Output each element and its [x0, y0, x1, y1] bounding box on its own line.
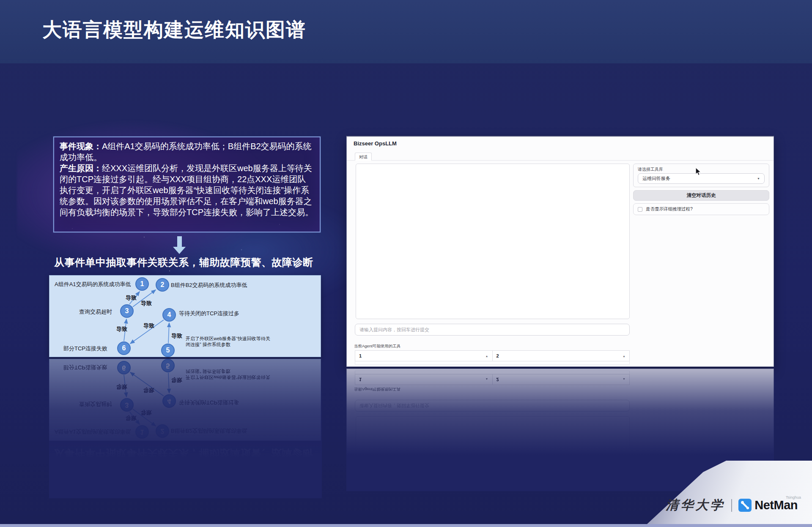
chat-history-panel	[356, 164, 630, 319]
graph-node-6: 6	[117, 341, 131, 355]
edge-label: 导致	[143, 322, 154, 330]
chat-history-panel	[356, 416, 630, 491]
footer-logos: 清华大学 NetMan Tsinghua	[666, 497, 798, 514]
show-reasoning-checkbox[interactable]	[638, 207, 642, 212]
knowledge-graph: 1 2 3 4 5 6 A组件A1交易码的系统成功率低 B组件B2交易码的系统成…	[49, 275, 321, 357]
tool-expander-1[interactable]: 1 ▲	[355, 351, 492, 361]
question-input	[355, 400, 630, 412]
graph-node-1-label: A组件A1交易码的系统成功率低	[55, 281, 131, 288]
graph-node-4: 4	[162, 394, 176, 408]
edge-label: 导致	[141, 300, 152, 307]
cause-label: 产生原因：	[60, 164, 102, 173]
graph-edges	[49, 359, 321, 440]
knowledge-graph: 1 2 3 4 5 6 A组件A1交易码的系统成功率低 B组件B2交易码的系统成…	[49, 359, 321, 441]
edge-label: 导致	[116, 383, 127, 390]
graph-node-4-label: 等待关闭的TCP连接过多	[179, 310, 239, 317]
page-title: 大语言模型构建运维知识图谱	[42, 17, 306, 43]
graph-node-3-label: 查询交易超时	[79, 400, 112, 408]
question-input[interactable]	[355, 324, 630, 336]
agent-tools-label: 当前Agent可能使用的工具	[354, 344, 401, 349]
graph-node-1: 1	[135, 277, 149, 291]
incident-ticket-box: 事件现象：A组件A1交易码的系统成功率低；B组件B2交易码的系统成功率低。 产生…	[53, 483, 321, 498]
graph-node-4-label: 等待关闭的TCP连接过多	[179, 399, 239, 406]
down-arrow-icon	[171, 461, 188, 480]
netman-wordmark: NetMan Tsinghua	[754, 498, 798, 512]
edge-label: 导致	[126, 294, 137, 302]
graph-node-2: 2	[156, 278, 169, 292]
graph-node-3-label: 查询交易超时	[79, 308, 112, 316]
caret-up-icon: ▲	[486, 355, 488, 358]
edge-label: 导致	[116, 325, 127, 333]
edge-label: 导致	[141, 409, 152, 416]
incident-phenomenon: 事件现象：A组件A1交易码的系统成功率低；B组件B2交易码的系统成功率低。	[60, 141, 314, 163]
graph-node-2: 2	[156, 424, 169, 438]
expander-substrip	[355, 361, 630, 365]
app-title: Bizseer OpsLLM	[354, 140, 397, 147]
tool-library-panel: 请选择工具库 运维问答服务 ▼	[633, 164, 769, 187]
tsinghua-logo: 清华大学	[666, 497, 725, 514]
graph-node-5-label: 开启了外联区web服务器“快速回收等待关闭连接” 操作系统参数	[186, 336, 270, 347]
show-reasoning-label: 是否显示详细推理过程?	[646, 206, 693, 212]
netman-icon	[738, 499, 752, 512]
graph-node-5-label: 开启了外联区web服务器“快速回收等待关闭连接” 操作系统参数	[186, 369, 270, 380]
incident-ticket-box: 事件现象：A组件A1交易码的系统成功率低；B组件B2交易码的系统成功率低。 产生…	[53, 137, 321, 232]
left-column: 事件现象：A组件A1交易码的系统成功率低；B组件B2交易码的系统成功率低。 产生…	[49, 137, 322, 357]
mouse-cursor-icon	[695, 167, 701, 176]
graph-node-4: 4	[162, 308, 176, 322]
clear-history-button[interactable]: 清空对话历史	[633, 190, 769, 201]
netman-sub-label: Tsinghua	[786, 495, 801, 500]
extraction-caption: 从事件单中抽取事件关联关系，辅助故障预警、故障诊断	[54, 447, 316, 460]
phenomenon-label: 事件现象：	[60, 142, 102, 151]
tool-library-select[interactable]: 运维问答服务 ▼	[638, 173, 765, 184]
extraction-caption: 从事件单中抽取事件关联关系，辅助故障预警、故障诊断	[54, 256, 316, 269]
edge-label: 导致	[171, 332, 182, 340]
tool-expander-1: 1 ▲	[355, 374, 492, 385]
slide-canvas: 大语言模型构建运维知识图谱 事件现象：A组件A1交易码的系统成功率低；B组件B2…	[0, 0, 812, 527]
bottom-edge-bar	[0, 524, 812, 527]
chevron-down-icon: ▼	[757, 177, 760, 180]
tab-underline	[347, 160, 774, 161]
graph-node-3: 3	[120, 304, 134, 318]
show-reasoning-row[interactable]: 是否显示详细推理过程?	[633, 203, 769, 215]
agent-tools-label: 当前Agent可能使用的工具	[354, 386, 401, 392]
graph-node-5: 5	[161, 344, 175, 357]
graph-node-6: 6	[117, 361, 131, 374]
reflection-clone: 事件现象：A组件A1交易码的系统成功率低；B组件B2交易码的系统成功率低。 产生…	[49, 359, 322, 498]
graph-node-3: 3	[120, 398, 134, 412]
graph-node-6-label: 部分TCP连接失败	[63, 363, 107, 371]
expander-label: 1	[359, 353, 362, 358]
opsllm-window: Bizseer OpsLLM 对话 请选择工具库 运维问答服务 ▼ 清空对话历史…	[346, 136, 774, 367]
netman-logo: NetMan Tsinghua	[738, 498, 798, 512]
expander-substrip	[355, 371, 630, 374]
reflection-left: 事件现象：A组件A1交易码的系统成功率低；B组件B2交易码的系统成功率低。 产生…	[49, 359, 322, 498]
graph-node-6-label: 部分TCP连接失败	[63, 345, 107, 352]
logo-divider	[731, 499, 732, 512]
agent-tools-expanders: 1 ▲ 2 ▲	[355, 350, 630, 361]
tool-selected-value: 运维问答服务	[642, 175, 670, 182]
graph-node-2-label: B组件B2交易码的系统成功率低	[171, 281, 247, 289]
graph-node-5: 5	[161, 359, 175, 372]
agent-tools-expanders: 1 ▲ 2 ▲	[355, 374, 630, 385]
caret-up-icon: ▲	[486, 378, 488, 381]
edge-label: 导致	[126, 414, 137, 422]
down-arrow-icon	[171, 236, 188, 255]
edge-label: 导致	[143, 386, 154, 394]
incident-cause: 产生原因：经XXX运维团队分析，发现是外联区web服务器上等待关闭的TCP连接过…	[60, 163, 314, 218]
graph-node-1: 1	[135, 425, 149, 439]
tool-expander-2[interactable]: 2 ▲	[492, 351, 630, 361]
caret-up-icon: ▲	[623, 378, 625, 381]
expander-label: 1	[359, 377, 362, 382]
expander-label: 2	[497, 377, 499, 382]
edge-label: 导致	[171, 376, 182, 384]
caret-up-icon: ▲	[623, 355, 625, 358]
footer-corner	[647, 461, 812, 524]
tool-expander-2: 2 ▲	[492, 374, 630, 385]
expander-label: 2	[497, 353, 499, 358]
tool-select-label: 请选择工具库	[638, 167, 663, 172]
graph-node-1-label: A组件A1交易码的系统成功率低	[55, 428, 131, 435]
graph-node-2-label: B组件B2交易码的系统成功率低	[171, 427, 247, 434]
tab-conversation[interactable]: 对话	[355, 153, 372, 161]
